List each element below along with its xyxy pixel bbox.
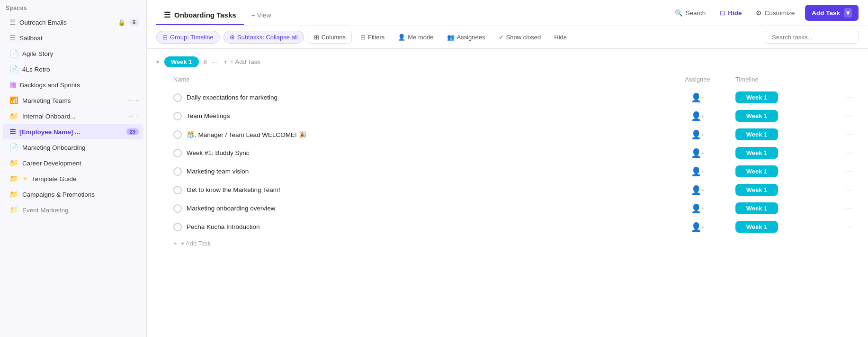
sidebar-item-internal-onboard[interactable]: 📁 Internal Onboard... ··· + bbox=[3, 109, 143, 124]
timeline-badge[interactable]: Week 1 bbox=[735, 165, 778, 177]
folder-blue-icon: 📁 bbox=[9, 190, 18, 199]
task-assignee[interactable]: 👤+ bbox=[660, 203, 735, 214]
add-task-row-label: + Add Task bbox=[181, 240, 211, 247]
task-more-icon[interactable]: ··· bbox=[840, 130, 859, 139]
task-more-icon[interactable]: ··· bbox=[840, 93, 859, 102]
task-name-cell: 🎊. Manager / Team Lead WELCOME! 🎉 bbox=[161, 130, 660, 139]
sidebar-item-marketing-onboarding[interactable]: 📄 Marketing Onboarding bbox=[3, 140, 143, 155]
timeline-badge[interactable]: Week 1 bbox=[735, 128, 778, 140]
me-mode-button[interactable]: 👤 Me mode bbox=[393, 31, 438, 43]
add-task-row[interactable]: + + Add Task bbox=[156, 236, 859, 251]
week-more-icon[interactable]: ··· bbox=[212, 58, 217, 66]
task-assignee[interactable]: 👤+ bbox=[660, 129, 735, 140]
add-task-inline[interactable]: + + Add Task bbox=[222, 57, 262, 66]
task-more-icon[interactable]: ··· bbox=[840, 149, 859, 157]
sidebar-item-career-development[interactable]: 📁 Career Development bbox=[3, 155, 143, 171]
task-row[interactable]: 🎊. Manager / Team Lead WELCOME! 🎉 👤+ Wee… bbox=[156, 125, 859, 144]
task-more-icon[interactable]: ··· bbox=[840, 186, 859, 194]
hide-button[interactable]: ⊟ Hide bbox=[716, 7, 745, 18]
task-timeline: Week 1 bbox=[735, 221, 840, 233]
task-name-cell: Team Meetings bbox=[161, 112, 660, 120]
sidebar-item-event-marketing[interactable]: 📁 Event Marketing bbox=[3, 202, 143, 218]
task-row[interactable]: Marketing team vision 👤+ Week 1 ··· bbox=[156, 162, 859, 181]
group-timeline-label: Group: Timeline bbox=[170, 34, 214, 41]
sidebar-item-sailboat[interactable]: ☰ Sailboat bbox=[3, 30, 143, 46]
task-row[interactable]: Week #1: Buddy Sync 👤+ Week 1 ··· bbox=[156, 144, 859, 162]
filters-label: Filters bbox=[368, 34, 385, 41]
timeline-badge[interactable]: Week 1 bbox=[735, 184, 778, 196]
task-status-circle[interactable] bbox=[173, 204, 182, 213]
columns-button[interactable]: ⊞ Columns bbox=[308, 31, 352, 44]
task-assignee[interactable]: 👤+ bbox=[660, 92, 735, 103]
sidebar-item-marketing-teams[interactable]: 📶 Marketing Teams ··· + bbox=[3, 93, 143, 108]
item-actions: ··· + bbox=[129, 113, 139, 119]
search-tasks-input[interactable] bbox=[765, 31, 859, 44]
task-row[interactable]: Marketing onboarding overview 👤+ Week 1 … bbox=[156, 199, 859, 218]
grid-icon: ▦ bbox=[9, 81, 16, 89]
task-assignee[interactable]: 👤+ bbox=[660, 185, 735, 195]
tab-onboarding-tasks[interactable]: ☰ Onboarding Tasks bbox=[156, 6, 244, 25]
task-more-icon[interactable]: ··· bbox=[840, 223, 859, 231]
task-name: Marketing onboarding overview bbox=[187, 205, 276, 212]
add-icon[interactable]: + bbox=[135, 113, 139, 119]
subtasks-collapse-chip[interactable]: ⊕ Subtasks: Collapse all bbox=[224, 31, 304, 44]
customize-label: Customize bbox=[764, 9, 795, 17]
task-name: Daily expectations for marketing bbox=[187, 94, 277, 101]
customize-button[interactable]: ⚙ Customize bbox=[752, 7, 798, 18]
task-assignee[interactable]: 👤+ bbox=[660, 222, 735, 232]
task-name-cell: Week #1: Buddy Sync bbox=[161, 149, 660, 157]
task-status-circle[interactable] bbox=[173, 223, 182, 231]
sidebar-item-label: Marketing Teams bbox=[22, 97, 125, 104]
doc-icon: 📄 bbox=[9, 65, 18, 73]
list-icon: ☰ bbox=[9, 18, 16, 27]
task-status-circle[interactable] bbox=[173, 130, 182, 139]
collapse-arrow-icon[interactable]: ▾ bbox=[156, 58, 160, 65]
sidebar-item-backlogs-sprints[interactable]: ▦ Backlogs and Sprints bbox=[3, 77, 143, 92]
sidebar-item-template-guide[interactable]: 📁 ✦ Template Guide bbox=[3, 171, 143, 186]
task-status-circle[interactable] bbox=[173, 186, 182, 194]
timeline-badge[interactable]: Week 1 bbox=[735, 202, 778, 214]
task-assignee[interactable]: 👤+ bbox=[660, 111, 735, 121]
sidebar-item-agile-story[interactable]: 📄 Agile Story bbox=[3, 46, 143, 61]
week-count: 8 bbox=[204, 58, 207, 65]
timeline-badge[interactable]: Week 1 bbox=[735, 147, 778, 159]
task-more-icon[interactable]: ··· bbox=[840, 112, 859, 120]
task-row[interactable]: Daily expectations for marketing 👤+ Week… bbox=[156, 88, 859, 107]
task-status-circle[interactable] bbox=[173, 93, 182, 102]
sidebar-item-campaigns-promotions[interactable]: 📁 Campaigns & Promotions bbox=[3, 187, 143, 202]
task-name-cell: Daily expectations for marketing bbox=[161, 93, 660, 102]
task-row[interactable]: Team Meetings 👤+ Week 1 ··· bbox=[156, 107, 859, 125]
more-icon[interactable]: ··· bbox=[129, 113, 134, 119]
filters-button[interactable]: ⊟ Filters bbox=[356, 31, 389, 43]
task-status-circle[interactable] bbox=[173, 149, 182, 157]
assignees-button[interactable]: 👥 Assignees bbox=[442, 31, 490, 43]
search-button[interactable]: 🔍 Search bbox=[671, 7, 709, 18]
week-badge[interactable]: Week 1 bbox=[164, 56, 199, 67]
hide-toolbar-button[interactable]: Hide bbox=[549, 31, 572, 43]
task-more-icon[interactable]: ··· bbox=[840, 204, 859, 213]
task-status-circle[interactable] bbox=[173, 167, 182, 176]
task-row[interactable]: Pecha Kucha Introduction 👤+ Week 1 ··· bbox=[156, 218, 859, 236]
task-assignee[interactable]: 👤+ bbox=[660, 148, 735, 158]
sidebar-item-4ls-retro[interactable]: 📄 4Ls Retro bbox=[3, 62, 143, 77]
timeline-badge[interactable]: Week 1 bbox=[735, 221, 778, 233]
task-assignee[interactable]: 👤+ bbox=[660, 166, 735, 177]
task-row[interactable]: Get to know the Marketing Team! 👤+ Week … bbox=[156, 181, 859, 199]
task-name: Team Meetings bbox=[187, 112, 230, 119]
timeline-badge[interactable]: Week 1 bbox=[735, 91, 778, 103]
task-status-circle[interactable] bbox=[173, 112, 182, 120]
sidebar-item-employee-name[interactable]: ☰ [Employee Name] ... 29 bbox=[3, 124, 143, 139]
tab-add-view[interactable]: + View bbox=[244, 7, 279, 24]
dropdown-arrow-icon[interactable]: ▾ bbox=[844, 8, 852, 18]
more-icon[interactable]: ··· bbox=[129, 97, 134, 104]
task-timeline: Week 1 bbox=[735, 202, 840, 214]
sidebar-item-outreach-emails[interactable]: ☰ Outreach Emails 🔒 5 bbox=[3, 15, 143, 30]
add-icon[interactable]: + bbox=[135, 97, 139, 104]
timeline-badge[interactable]: Week 1 bbox=[735, 110, 778, 122]
group-timeline-chip[interactable]: ⊞ Group: Timeline bbox=[156, 31, 220, 44]
hide-icon: ⊟ bbox=[720, 9, 725, 17]
task-more-icon[interactable]: ··· bbox=[840, 167, 859, 176]
show-closed-button[interactable]: ✓ Show closed bbox=[494, 31, 546, 43]
add-task-button[interactable]: Add Task ▾ bbox=[805, 5, 859, 21]
gear-icon: ⚙ bbox=[756, 9, 762, 17]
